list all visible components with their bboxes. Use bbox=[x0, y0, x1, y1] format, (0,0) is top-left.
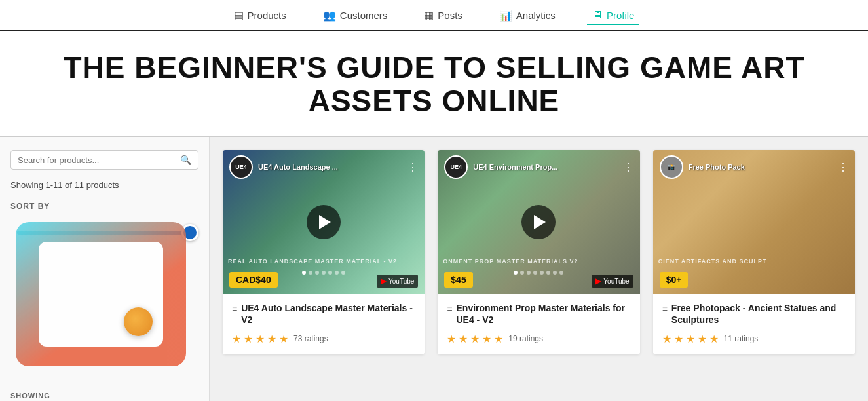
ue4-logo-3: 📸 bbox=[660, 155, 683, 179]
star3-1: ★ bbox=[662, 333, 671, 345]
star-3: ★ bbox=[255, 333, 265, 345]
thumb-title-3: Free Photo Pack bbox=[683, 163, 838, 171]
nav-customers[interactable]: 👥 Customers bbox=[318, 7, 393, 24]
youtube-label-1: YouTube bbox=[388, 278, 414, 285]
play-button-2[interactable] bbox=[521, 205, 556, 239]
nav-posts-label: Posts bbox=[438, 10, 462, 21]
showing-label: SHOWING bbox=[10, 392, 198, 400]
star-2: ★ bbox=[244, 333, 253, 345]
products-grid: UE4 UE4 Auto Landscape ... ⋮ REAL AUTO L… bbox=[223, 150, 855, 354]
nav-bar: ▤ Products 👥 Customers ▦ Posts 📊 Analyti… bbox=[0, 0, 868, 31]
product-card-2[interactable]: UE4 UE4 Environment Prop... ⋮ ONMENT PRO… bbox=[438, 150, 639, 354]
price-badge-3: $0+ bbox=[660, 272, 689, 288]
showing-section: SHOWING All Products Unreal Engine 4 Unr… bbox=[10, 392, 198, 401]
stars-row-2: ★ ★ ★ ★ ★ 19 ratings bbox=[447, 333, 630, 345]
product-card-3[interactable]: 📸 Free Photo Pack ⋮ CIENT ARTIFACTS AND … bbox=[653, 150, 855, 354]
showing-text: Showing 1-11 of 11 products bbox=[10, 180, 198, 190]
ratings-3: 11 ratings bbox=[724, 334, 759, 343]
product-thumb-3[interactable]: 📸 Free Photo Pack ⋮ CIENT ARTIFACTS AND … bbox=[653, 150, 855, 294]
nav-profile-label: Profile bbox=[607, 10, 635, 21]
star-4: ★ bbox=[267, 333, 276, 345]
more-icon-3[interactable]: ⋮ bbox=[838, 161, 848, 174]
filter-card bbox=[16, 222, 186, 366]
stars-row-3: ★ ★ ★ ★ ★ 11 ratings bbox=[662, 333, 846, 345]
main-layout: 🔍 Showing 1-11 of 11 products SORT BY SH… bbox=[0, 137, 868, 401]
sidebar: 🔍 Showing 1-11 of 11 products SORT BY SH… bbox=[0, 137, 210, 401]
filter-knob[interactable] bbox=[124, 307, 153, 336]
nav-products[interactable]: ▤ Products bbox=[229, 7, 292, 24]
card-watermark-3: CIENT ARTIFACTS AND SCULPT bbox=[658, 258, 767, 265]
star-1: ★ bbox=[232, 333, 241, 345]
star2-3: ★ bbox=[470, 333, 480, 345]
nav-analytics-label: Analytics bbox=[516, 10, 556, 21]
product-info-3: ≡ Free Photopack - Ancient Statues and S… bbox=[653, 294, 855, 354]
product-title-2: ≡ Environment Prop Master Materials for … bbox=[447, 302, 630, 326]
star2-4: ★ bbox=[482, 333, 491, 345]
search-input[interactable] bbox=[18, 155, 180, 165]
ratings-2: 19 ratings bbox=[508, 334, 543, 343]
analytics-icon: 📊 bbox=[499, 9, 512, 22]
nav-products-label: Products bbox=[248, 10, 286, 21]
product-thumb-1[interactable]: UE4 UE4 Auto Landscape ... ⋮ REAL AUTO L… bbox=[223, 150, 425, 294]
search-box[interactable]: 🔍 bbox=[10, 150, 198, 170]
sort-by-label: SORT BY bbox=[10, 202, 198, 211]
ratings-1: 73 ratings bbox=[293, 334, 328, 343]
products-icon: ▤ bbox=[234, 9, 244, 22]
stars-row-1: ★ ★ ★ ★ ★ 73 ratings bbox=[232, 333, 415, 345]
price-badge-1: CAD$40 bbox=[229, 272, 278, 288]
video-dots-2 bbox=[514, 271, 563, 275]
thumb-top-bar-3: 📸 Free Photo Pack ⋮ bbox=[653, 155, 855, 179]
youtube-label-2: YouTube bbox=[603, 278, 629, 285]
nav-analytics[interactable]: 📊 Analytics bbox=[494, 7, 561, 24]
product-title-1: ≡ UE4 Auto Landscape Master Materials - … bbox=[232, 302, 415, 326]
customers-icon: 👥 bbox=[323, 9, 336, 22]
product-info-1: ≡ UE4 Auto Landscape Master Materials - … bbox=[223, 294, 425, 354]
posts-icon: ▦ bbox=[424, 9, 434, 22]
price-badge-2: $45 bbox=[444, 272, 472, 288]
youtube-icon-2: ▶ bbox=[595, 277, 601, 286]
nav-profile[interactable]: 🖥 Profile bbox=[587, 7, 640, 25]
hero-section: THE BEGINNER'S GUIDE TO SELLING GAME ART… bbox=[0, 31, 868, 137]
star2-2: ★ bbox=[459, 333, 468, 345]
youtube-badge-2: ▶ YouTube bbox=[592, 275, 633, 288]
star2-1: ★ bbox=[447, 333, 456, 345]
title-icon-1: ≡ bbox=[232, 303, 237, 315]
star2-5: ★ bbox=[494, 333, 503, 345]
title-icon-3: ≡ bbox=[662, 303, 668, 315]
youtube-badge-1: ▶ YouTube bbox=[377, 275, 418, 288]
search-icon: 🔍 bbox=[180, 155, 191, 165]
star3-4: ★ bbox=[698, 333, 707, 345]
star3-3: ★ bbox=[686, 333, 695, 345]
profile-icon: 🖥 bbox=[592, 9, 603, 21]
play-button-1[interactable] bbox=[307, 205, 341, 239]
nav-customers-label: Customers bbox=[340, 10, 388, 21]
products-area: UE4 UE4 Auto Landscape ... ⋮ REAL AUTO L… bbox=[210, 137, 868, 401]
card-watermark-1: REAL AUTO LANDSCAPE MASTER MATERIAL - V2 bbox=[228, 258, 397, 265]
star3-2: ★ bbox=[674, 333, 683, 345]
star-5: ★ bbox=[279, 333, 288, 345]
video-dots-1 bbox=[302, 271, 345, 275]
nav-posts[interactable]: ▦ Posts bbox=[419, 7, 468, 24]
star3-5: ★ bbox=[709, 333, 719, 345]
product-card-1[interactable]: UE4 UE4 Auto Landscape ... ⋮ REAL AUTO L… bbox=[223, 150, 425, 354]
hero-title: THE BEGINNER'S GUIDE TO SELLING GAME ART… bbox=[13, 51, 855, 117]
product-thumb-2[interactable]: UE4 UE4 Environment Prop... ⋮ ONMENT PRO… bbox=[438, 150, 639, 294]
filter-card-inner bbox=[39, 242, 163, 347]
card-watermark-2: ONMENT PROP MASTER MATERIALS V2 bbox=[443, 258, 578, 265]
product-info-2: ≡ Environment Prop Master Materials for … bbox=[438, 294, 639, 354]
title-icon-2: ≡ bbox=[447, 303, 452, 315]
youtube-icon-1: ▶ bbox=[381, 277, 387, 286]
product-title-3: ≡ Free Photopack - Ancient Statues and S… bbox=[662, 302, 846, 326]
